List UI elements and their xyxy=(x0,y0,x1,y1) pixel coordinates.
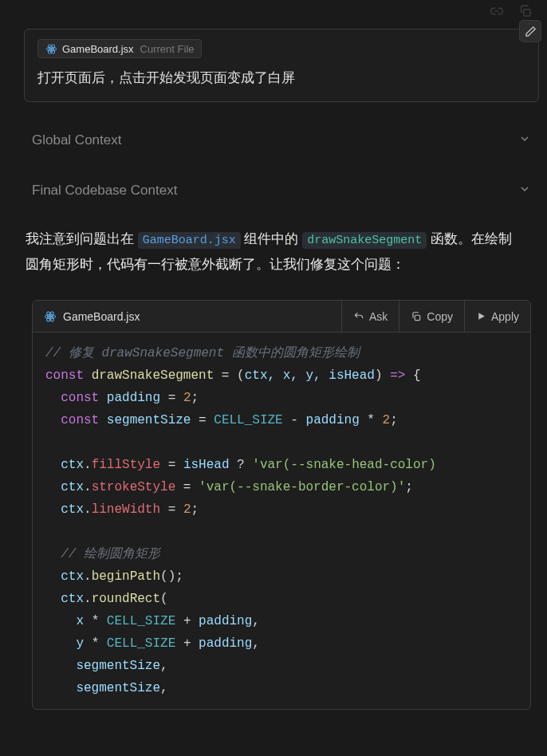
svg-rect-9 xyxy=(415,315,420,320)
tok: 'var(--snake-head-color) xyxy=(252,458,435,472)
inline-code-function: drawSnakeSegment xyxy=(302,232,427,249)
tok: segmentSize xyxy=(107,413,191,427)
react-icon xyxy=(44,310,57,323)
svg-point-5 xyxy=(49,315,52,317)
code-comment: // 绘制圆角矩形 xyxy=(61,547,160,561)
ask-button[interactable]: Ask xyxy=(341,301,399,332)
tok: ctx, x, y, isHead xyxy=(245,368,375,383)
code-comment: // 修复 drawSnakeSegment 函数中的圆角矩形绘制 xyxy=(45,346,360,360)
svg-rect-0 xyxy=(524,10,530,16)
user-prompt-text: 打开页面后，点击开始发现页面变成了白屏 xyxy=(37,68,525,89)
tok: strokeStyle xyxy=(92,480,176,494)
tok: padding xyxy=(306,413,360,427)
file-context-chip[interactable]: GameBoard.jsx Current File xyxy=(37,39,202,58)
copy-button[interactable]: Copy xyxy=(399,301,464,332)
section-label: Final Codebase Context xyxy=(32,183,177,199)
tok: ctx xyxy=(61,569,84,584)
button-label: Apply xyxy=(491,310,519,323)
copy-icon[interactable] xyxy=(518,4,533,21)
code-filename: GameBoard.jsx xyxy=(63,310,140,323)
tok: roundRect xyxy=(92,592,160,606)
tok: ctx xyxy=(61,480,84,494)
tok: 2 xyxy=(383,413,391,427)
tok: CELL_SIZE xyxy=(107,614,175,628)
code-block-card: GameBoard.jsx Ask Copy Apply // 修复 drawS… xyxy=(32,300,531,710)
global-context-section[interactable]: Global Context xyxy=(8,121,539,160)
user-prompt-box: GameBoard.jsx Current File 打开页面后，点击开始发现页… xyxy=(24,29,539,102)
code-content: // 修复 drawSnakeSegment 函数中的圆角矩形绘制 const … xyxy=(33,333,530,709)
tok: CELL_SIZE xyxy=(214,413,282,427)
button-label: Copy xyxy=(427,310,453,323)
code-block-header: GameBoard.jsx Ask Copy Apply xyxy=(33,301,530,333)
code-block-title: GameBoard.jsx xyxy=(33,310,341,323)
final-codebase-context-section[interactable]: Final Codebase Context xyxy=(8,171,539,211)
tok: const xyxy=(61,391,99,405)
tok: 'var(--snake-border-color)' xyxy=(199,480,405,494)
code-actions: Ask Copy Apply xyxy=(341,301,530,332)
tok: segmentSize xyxy=(76,659,160,673)
link-icon[interactable] xyxy=(490,4,504,21)
tok: x xyxy=(76,614,84,628)
svg-point-1 xyxy=(50,48,53,50)
file-chip-name: GameBoard.jsx xyxy=(62,43,134,55)
section-label: Global Context xyxy=(32,132,121,148)
tok: ctx xyxy=(61,592,84,606)
text-fragment: 我注意到问题出在 xyxy=(26,231,138,246)
text-fragment: 组件中的 xyxy=(241,231,302,246)
chevron-down-icon xyxy=(518,132,531,149)
assistant-response: 我注意到问题出在 GameBoard.jsx 组件中的 drawSnakeSeg… xyxy=(8,222,539,293)
reply-icon xyxy=(353,311,364,322)
file-chip-hint: Current File xyxy=(140,43,195,55)
tok: const xyxy=(61,413,99,427)
copy-icon xyxy=(411,311,422,322)
edit-button[interactable] xyxy=(519,20,541,42)
react-icon xyxy=(45,42,57,55)
tok: y xyxy=(76,636,84,651)
tok: beginPath xyxy=(92,569,160,584)
tok: padding xyxy=(199,614,252,628)
tok: segmentSize xyxy=(76,681,160,695)
tok: ctx xyxy=(61,502,84,517)
chevron-down-icon xyxy=(518,183,531,199)
tok: isHead xyxy=(183,458,230,472)
inline-code-filename: GameBoard.jsx xyxy=(138,232,241,249)
tok: lineWidth xyxy=(92,502,160,517)
tok: padding xyxy=(107,391,160,405)
button-label: Ask xyxy=(369,310,388,323)
tok: const xyxy=(45,368,84,383)
tok: fillStyle xyxy=(92,458,160,472)
top-icon-row xyxy=(8,4,539,26)
apply-button[interactable]: Apply xyxy=(464,301,530,332)
tok: drawSnakeSegment xyxy=(92,368,214,383)
tok: ctx xyxy=(61,458,84,472)
tok: CELL_SIZE xyxy=(107,636,175,651)
play-icon xyxy=(476,311,486,321)
tok: padding xyxy=(199,636,252,651)
